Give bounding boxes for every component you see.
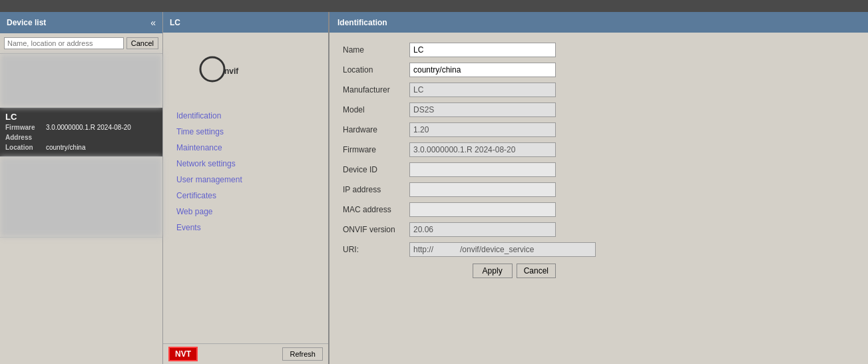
field-uri: URI: (343, 242, 855, 257)
field-location: Location (343, 63, 855, 77)
label-firmware: Firmware (343, 145, 409, 154)
lc-content: nvif Identification Time settings Mainte… (163, 33, 328, 343)
label-manufacturer: Manufacturer (343, 85, 409, 94)
form-actions: Apply Cancel (343, 264, 556, 278)
device-list-header: Device list « (0, 12, 162, 33)
firmware-value: 3.0.0000000.1.R 2024-08-20 (46, 123, 157, 132)
lc-title: LC (170, 18, 180, 27)
input-mac-address (409, 202, 556, 217)
menu-maintenance[interactable]: Maintenance (176, 140, 322, 156)
label-mac-address: MAC address (343, 205, 409, 214)
label-location: Location (343, 65, 409, 75)
device-thumbnail-3 (0, 157, 162, 237)
label-device-id: Device ID (343, 165, 409, 174)
device-list-panel: Device list « Cancel LC Firmware 3.0.000… (0, 12, 163, 364)
nvt-badge: NVT (168, 347, 198, 361)
device-item-1[interactable] (0, 54, 162, 108)
input-onvif-version (409, 222, 556, 237)
label-ip-address: IP address (343, 185, 409, 194)
address-label: Address (5, 133, 45, 142)
label-uri: URI: (343, 245, 409, 254)
input-uri (409, 242, 596, 257)
device-name-lc: LC (5, 112, 157, 122)
firmware-label: Firmware (5, 123, 45, 132)
lc-header: LC (163, 12, 328, 33)
field-firmware: Firmware (343, 142, 855, 157)
input-device-id (409, 162, 556, 177)
field-name: Name (343, 43, 855, 57)
location-value: country/china (46, 143, 157, 152)
label-onvif-version: ONVIF version (343, 225, 409, 234)
field-hardware: Hardware (343, 122, 855, 137)
apply-button[interactable]: Apply (473, 264, 513, 278)
identification-header: Identification (329, 12, 868, 33)
onvif-logo: nvif (199, 53, 292, 88)
field-onvif-version: ONVIF version (343, 222, 855, 237)
field-manufacturer: Manufacturer (343, 83, 855, 97)
svg-point-0 (200, 57, 224, 81)
label-name: Name (343, 45, 409, 55)
menu-time-settings[interactable]: Time settings (176, 124, 322, 140)
search-bar: Cancel (0, 33, 162, 54)
identification-panel: Identification Name Location Manufacture… (329, 12, 868, 364)
menu-web-page[interactable]: Web page (176, 204, 322, 220)
refresh-button[interactable]: Refresh (282, 347, 323, 361)
collapse-button[interactable]: « (150, 17, 156, 28)
top-bar (0, 0, 868, 12)
input-location[interactable] (409, 63, 556, 77)
device-detail-lc: Firmware 3.0.0000000.1.R 2024-08-20 Addr… (5, 123, 157, 152)
device-item-lc[interactable]: LC Firmware 3.0.0000000.1.R 2024-08-20 A… (0, 108, 162, 157)
input-name[interactable] (409, 43, 556, 57)
input-model (409, 102, 556, 117)
menu-identification[interactable]: Identification (176, 108, 322, 124)
search-cancel-button[interactable]: Cancel (126, 37, 158, 49)
menu-network-settings[interactable]: Network settings (176, 156, 322, 172)
field-ip-address: IP address (343, 182, 855, 197)
search-input[interactable] (4, 37, 124, 49)
lc-menu: Identification Time settings Maintenance… (170, 108, 322, 236)
identification-content: Name Location Manufacturer Model Hardwar… (329, 33, 868, 364)
input-manufacturer (409, 83, 556, 97)
device-item-3[interactable] (0, 157, 162, 238)
input-ip-address (409, 182, 556, 197)
label-model: Model (343, 105, 409, 114)
device-thumbnail-1 (0, 54, 162, 107)
cancel-action-button[interactable]: Cancel (517, 264, 556, 278)
nvt-bar: NVT Refresh (163, 343, 328, 364)
address-value (46, 133, 157, 142)
main-container: Device list « Cancel LC Firmware 3.0.000… (0, 12, 868, 364)
device-list-title: Device list (7, 18, 46, 27)
input-hardware (409, 122, 556, 137)
input-firmware (409, 142, 556, 157)
menu-certificates[interactable]: Certificates (176, 188, 322, 204)
label-hardware: Hardware (343, 125, 409, 134)
identification-title: Identification (337, 18, 387, 27)
field-model: Model (343, 102, 855, 117)
menu-user-management[interactable]: User management (176, 172, 322, 188)
svg-text:nvif: nvif (224, 67, 239, 76)
device-info-lc: LC Firmware 3.0.0000000.1.R 2024-08-20 A… (0, 108, 162, 156)
location-label: Location (5, 143, 45, 152)
lc-panel: LC nvif Identification Time settings Mai… (163, 12, 329, 364)
field-device-id: Device ID (343, 162, 855, 177)
field-mac-address: MAC address (343, 202, 855, 217)
menu-events[interactable]: Events (176, 220, 322, 236)
